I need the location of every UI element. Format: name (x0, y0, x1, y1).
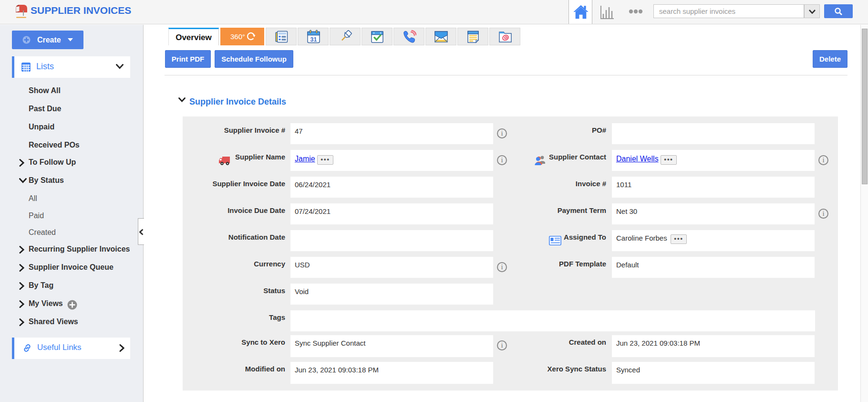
svg-text:31: 31 (310, 36, 317, 43)
